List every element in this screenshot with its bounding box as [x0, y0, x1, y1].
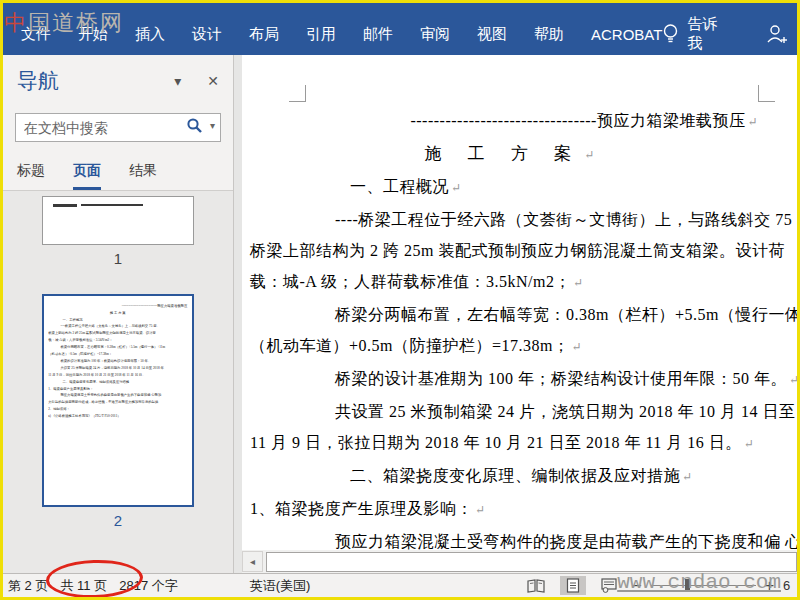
word-count[interactable]: 2817 个字	[119, 577, 190, 595]
doc-line: 载：城-A 级；人群荷载标准值：3.5kN/m2；↵	[250, 266, 780, 299]
tell-me-button[interactable]: 告诉我	[662, 15, 727, 53]
thumbnail-doc-line: 共设置 25 米预制箱梁 24 片，浇筑日期为 2018 年 10 月 14 日…	[48, 364, 187, 371]
navigation-pane: 导航 ▾ ✕ ▾ 标题页面结果	[3, 55, 234, 573]
lightbulb-icon	[662, 23, 679, 45]
ribbon-tabs: 文件开始插入设计布局引用邮件审阅视图帮助ACROBAT	[21, 25, 662, 44]
ribbon-tab-file[interactable]: 文件	[21, 25, 51, 44]
ribbon-tab-insert[interactable]: 插入	[135, 25, 165, 44]
doc-line: 二、箱梁挠度变化原理、编制依据及应对措施↵	[250, 460, 780, 493]
thumbnail-doc-line: （机动车道）+0.5m（防撞护栏）=17.38m；	[48, 351, 187, 358]
word-window: 文件开始插入设计布局引用邮件审阅视图帮助ACROBAT 告诉我	[0, 0, 800, 600]
thumbnail-doc-line: 预应力箱梁混凝土受弯构件的挠度是由荷载产生的下挠度和偏 心预加	[48, 392, 187, 399]
thumbnail-doc-line: 施 工 方 案	[48, 309, 187, 316]
language-indicator[interactable]: 英语(美国)	[250, 577, 323, 595]
thumbnail-doc-line: 载：城-A 级；人群荷载标准值：3.5kN/m2；	[48, 337, 187, 344]
doc-line: 桥梁分两幅布置，左右幅等宽：0.38m（栏杆）+5.5m（慢行一体）+11m	[250, 299, 780, 330]
doc-line: 桥梁上部结构为 2 跨 25m 装配式预制预应力钢筋混凝土简支箱梁。设计荷	[250, 235, 780, 266]
sign-in-button[interactable]	[765, 23, 787, 45]
page-indicator[interactable]: 第 2 页	[8, 577, 60, 595]
doc-line: 预应力箱梁混凝土受弯构件的挠度是由荷载产生的下挠度和偏 心预加	[250, 526, 780, 550]
doc-line: 一、工程概况↵	[250, 171, 780, 204]
search-icon[interactable]	[186, 117, 203, 134]
thumbnail-doc-line: 桥梁的设计基准期为 100 年；桥梁结构设计使用年限：50 年。	[48, 357, 187, 364]
paragraph-mark-icon: ↵	[571, 340, 582, 354]
web-layout-button[interactable]	[595, 576, 623, 595]
tell-me-label: 告诉我	[687, 15, 727, 53]
document-column: --------------------------------预应力箱梁堆载预…	[234, 55, 797, 573]
search-dropdown-icon[interactable]: ▾	[210, 120, 215, 131]
print-layout-button[interactable]	[560, 576, 586, 595]
thumbnail-doc-line: 一、工程概况	[48, 316, 187, 323]
thumbnail-doc-line: 11 月 9 日，张拉日期为 2018 年 10 月 21 日至 2018 年 …	[48, 371, 187, 378]
navigation-tabs: 标题页面结果	[3, 156, 233, 190]
paragraph-mark-icon: ↵	[584, 148, 605, 162]
search-container: ▾	[15, 113, 221, 142]
ribbon-tab-references[interactable]: 引用	[306, 25, 336, 44]
doc-line: 1、箱梁挠度产生原理及影响：↵	[250, 493, 780, 526]
paragraph-mark-icon: ↵	[682, 470, 693, 484]
thumbnail-doc-line: 力引起的起拱度两部分组成，给定恒载，不难算出预应力施加完毕后的起拱	[48, 399, 187, 406]
ribbon-tab-design[interactable]: 设计	[192, 25, 222, 44]
zoom-slider-handle[interactable]	[685, 579, 690, 592]
thumbnail-doc-line: ----桥梁工程位于经六路（文荟街～文博街）上，与路线斜交 75 度。	[48, 323, 187, 330]
ribbon-right-group: 告诉我	[662, 15, 787, 53]
person-plus-icon	[765, 23, 787, 45]
doc-line: （机动车道）+0.5m（防撞护栏）=17.38m；↵	[250, 330, 780, 363]
nav-close-icon[interactable]: ✕	[207, 73, 219, 89]
ribbon-tab-review[interactable]: 审阅	[420, 25, 450, 44]
ribbon-tab-mailings[interactable]: 邮件	[363, 25, 393, 44]
thumbnail-doc-line: 2、编制依据：	[48, 406, 187, 413]
thumbnail-2-content: --------------------------------预应力箱梁堆载预…	[44, 296, 192, 420]
paragraph-mark-icon: ↵	[451, 181, 462, 195]
ribbon: 文件开始插入设计布局引用邮件审阅视图帮助ACROBAT 告诉我	[3, 3, 797, 55]
zoom-percentage[interactable]: 6	[783, 578, 793, 593]
zoom-out-button[interactable]: −	[632, 578, 641, 594]
doc-line: --------------------------------预应力箱梁堆载预…	[250, 105, 780, 138]
status-bar: 第 2 页 共 11 页 2817 个字 英语(美国)	[3, 573, 797, 597]
nav-tab-headings[interactable]: 标题	[17, 162, 45, 190]
thumbnail-doc-line: 二、箱梁挠度变化原理、编制依据及应对措施	[48, 378, 187, 385]
document-text: --------------------------------预应力箱梁堆载预…	[250, 105, 780, 550]
thumbnail-doc-line: --------------------------------预应力箱梁堆载预…	[48, 302, 187, 309]
scroll-left-button[interactable]: ◂	[242, 551, 263, 572]
page-thumbnail-2[interactable]: --------------------------------预应力箱梁堆载预…	[42, 294, 194, 507]
crop-mark-top-right	[758, 85, 775, 102]
ribbon-tab-help[interactable]: 帮助	[534, 25, 564, 44]
ribbon-tab-view[interactable]: 视图	[477, 25, 507, 44]
read-mode-button[interactable]	[521, 577, 551, 595]
paragraph-mark-icon: ↵	[475, 503, 486, 517]
thumbnail-doc-line: 桥梁分两幅布置，左右幅等宽：0.38m（栏杆）+5.5m（慢行一体）+11m	[48, 344, 187, 351]
thumbnail-doc-line: 1、箱梁挠度产生原理及影响：	[48, 385, 187, 392]
doc-line: 桥梁的设计基准期为 100 年；桥梁结构设计使用年限：50 年。↵	[250, 363, 780, 396]
scrollbar-track[interactable]	[266, 552, 797, 572]
nav-tab-results[interactable]: 结果	[129, 162, 157, 190]
paragraph-mark-icon: ↵	[573, 276, 584, 290]
ribbon-tab-acrobat[interactable]: ACROBAT	[591, 26, 662, 43]
thumbnail-doc-line: a) 《公路桥涵施工技术规范》（JTG/T F50-2011）	[48, 413, 187, 420]
thumbnail-doc-line: 桥梁上部结构为 2 跨 25m 装配式预制预应力钢筋混凝土简支箱梁。设计荷	[48, 330, 187, 337]
page-count[interactable]: 共 11 页	[60, 577, 119, 595]
paragraph-mark-icon: ↵	[744, 437, 755, 451]
page-thumbnails: 1 --------------------------------预应力箱梁堆…	[3, 190, 233, 573]
doc-line: 施 工 方 案↵	[250, 138, 780, 171]
navigation-title: 导航	[17, 67, 59, 95]
zoom-slider[interactable]	[651, 585, 756, 586]
zoom-in-button[interactable]: +	[765, 578, 774, 594]
horizontal-scrollbar[interactable]: ◂	[234, 550, 797, 573]
paragraph-mark-icon: ↵	[747, 115, 758, 129]
paragraph-mark-icon: ↵	[789, 373, 797, 387]
document-page[interactable]: --------------------------------预应力箱梁堆载预…	[234, 55, 797, 550]
nav-dropdown-icon[interactable]: ▾	[174, 73, 181, 89]
ribbon-tab-layout[interactable]: 布局	[249, 25, 279, 44]
page-thumbnail-1[interactable]	[42, 196, 194, 245]
ribbon-tab-home[interactable]: 开始	[78, 25, 108, 44]
main-area: 导航 ▾ ✕ ▾ 标题页面结果	[3, 55, 797, 573]
thumbnail-1-label: 1	[114, 250, 122, 267]
doc-line: 11 月 9 日，张拉日期为 2018 年 10 月 21 日至 2018 年 …	[250, 427, 780, 460]
nav-tab-pages[interactable]: 页面	[73, 162, 101, 190]
navigation-header: 导航 ▾ ✕	[3, 55, 233, 103]
thumbnail-2-label: 2	[114, 512, 122, 529]
doc-line: 共设置 25 米预制箱梁 24 片，浇筑日期为 2018 年 10 月 14 日…	[250, 396, 780, 427]
doc-line: ----桥梁工程位于经六路（文荟街～文博街）上，与路线斜交 75 度。	[250, 204, 780, 235]
crop-mark-top-left	[289, 85, 306, 102]
